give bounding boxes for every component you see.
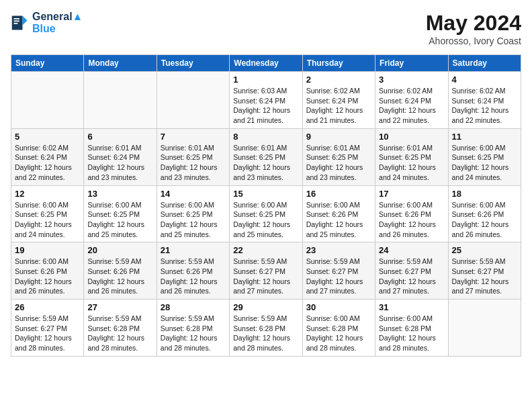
day-number: 10: [379, 132, 444, 142]
calendar-day-cell: 4Sunrise: 6:02 AMSunset: 6:24 PMDaylight…: [448, 72, 521, 129]
day-info: Sunrise: 6:00 AMSunset: 6:28 PMDaylight:…: [306, 314, 371, 353]
calendar-day-cell: 12Sunrise: 6:00 AMSunset: 6:25 PMDayligh…: [11, 185, 84, 242]
day-number: 28: [161, 302, 226, 312]
day-number: 29: [233, 302, 298, 312]
day-info: Sunrise: 5:59 AMSunset: 6:27 PMDaylight:…: [452, 257, 517, 296]
day-number: 8: [233, 132, 298, 142]
calendar-table: SundayMondayTuesdayWednesdayThursdayFrid…: [11, 54, 521, 357]
weekday-header-thursday: Thursday: [302, 55, 375, 72]
calendar-day-cell: 7Sunrise: 6:01 AMSunset: 6:25 PMDaylight…: [157, 128, 229, 185]
day-info: Sunrise: 6:00 AMSunset: 6:25 PMDaylight:…: [452, 143, 517, 183]
calendar-day-cell: 19Sunrise: 6:00 AMSunset: 6:26 PMDayligh…: [11, 242, 84, 300]
calendar-day-cell: 31Sunrise: 6:00 AMSunset: 6:28 PMDayligh…: [375, 300, 448, 357]
calendar-day-cell: 2Sunrise: 6:02 AMSunset: 6:24 PMDaylight…: [302, 72, 375, 129]
calendar-day-cell: 11Sunrise: 6:00 AMSunset: 6:25 PMDayligh…: [448, 128, 521, 185]
day-info: Sunrise: 6:00 AMSunset: 6:25 PMDaylight:…: [15, 200, 80, 240]
day-info: Sunrise: 5:59 AMSunset: 6:28 PMDaylight:…: [87, 314, 152, 353]
weekday-header-monday: Monday: [84, 55, 157, 72]
calendar-empty-cell: [157, 72, 229, 129]
day-number: 21: [161, 245, 226, 255]
calendar-day-cell: 9Sunrise: 6:01 AMSunset: 6:25 PMDaylight…: [302, 128, 375, 185]
day-number: 11: [452, 132, 517, 142]
day-number: 14: [161, 189, 226, 199]
calendar-week-row: 12Sunrise: 6:00 AMSunset: 6:25 PMDayligh…: [11, 185, 521, 242]
location-subtitle: Ahorosso, Ivory Coast: [426, 36, 521, 46]
day-number: 25: [452, 245, 517, 255]
day-info: Sunrise: 6:00 AMSunset: 6:25 PMDaylight:…: [233, 200, 298, 240]
day-number: 7: [161, 132, 226, 142]
weekday-header-friday: Friday: [375, 55, 448, 72]
logo-text: General▲ Blue: [32, 11, 83, 34]
day-number: 17: [379, 189, 444, 199]
day-number: 27: [87, 302, 152, 312]
day-number: 4: [452, 75, 517, 85]
day-number: 19: [15, 245, 80, 255]
calendar-day-cell: 24Sunrise: 5:59 AMSunset: 6:27 PMDayligh…: [375, 242, 448, 300]
calendar-day-cell: 14Sunrise: 6:00 AMSunset: 6:25 PMDayligh…: [157, 185, 229, 242]
calendar-day-cell: 20Sunrise: 5:59 AMSunset: 6:26 PMDayligh…: [84, 242, 157, 300]
day-info: Sunrise: 6:00 AMSunset: 6:26 PMDaylight:…: [306, 200, 371, 240]
day-info: Sunrise: 5:59 AMSunset: 6:27 PMDaylight:…: [15, 314, 80, 353]
calendar-empty-cell: [448, 300, 521, 357]
logo: General▲ Blue: [11, 11, 83, 34]
calendar-day-cell: 10Sunrise: 6:01 AMSunset: 6:25 PMDayligh…: [375, 128, 448, 185]
day-info: Sunrise: 5:59 AMSunset: 6:28 PMDaylight:…: [233, 314, 298, 353]
calendar-day-cell: 8Sunrise: 6:01 AMSunset: 6:25 PMDaylight…: [230, 128, 302, 185]
day-info: Sunrise: 6:01 AMSunset: 6:25 PMDaylight:…: [161, 143, 226, 183]
day-info: Sunrise: 6:00 AMSunset: 6:26 PMDaylight:…: [379, 200, 444, 240]
day-info: Sunrise: 5:59 AMSunset: 6:27 PMDaylight:…: [306, 257, 371, 296]
day-number: 18: [452, 189, 517, 199]
day-info: Sunrise: 6:01 AMSunset: 6:25 PMDaylight:…: [233, 143, 298, 183]
calendar-day-cell: 15Sunrise: 6:00 AMSunset: 6:25 PMDayligh…: [230, 185, 302, 242]
day-number: 15: [233, 189, 298, 199]
calendar-day-cell: 25Sunrise: 5:59 AMSunset: 6:27 PMDayligh…: [448, 242, 521, 300]
calendar-day-cell: 27Sunrise: 5:59 AMSunset: 6:28 PMDayligh…: [84, 300, 157, 357]
day-number: 5: [15, 132, 80, 142]
day-number: 23: [306, 245, 371, 255]
day-info: Sunrise: 5:59 AMSunset: 6:28 PMDaylight:…: [161, 314, 226, 353]
svg-rect-2: [13, 18, 19, 19]
day-info: Sunrise: 6:00 AMSunset: 6:25 PMDaylight:…: [87, 200, 152, 240]
day-number: 9: [306, 132, 371, 142]
calendar-week-row: 26Sunrise: 5:59 AMSunset: 6:27 PMDayligh…: [11, 300, 521, 357]
calendar-week-row: 19Sunrise: 6:00 AMSunset: 6:26 PMDayligh…: [11, 242, 521, 300]
calendar-empty-cell: [11, 72, 84, 129]
day-number: 12: [15, 189, 80, 199]
day-number: 2: [306, 75, 371, 85]
calendar-day-cell: 30Sunrise: 6:00 AMSunset: 6:28 PMDayligh…: [302, 300, 375, 357]
day-number: 31: [379, 302, 444, 312]
svg-rect-3: [13, 20, 19, 21]
day-info: Sunrise: 5:59 AMSunset: 6:27 PMDaylight:…: [233, 257, 298, 296]
day-number: 24: [379, 245, 444, 255]
weekday-header-tuesday: Tuesday: [157, 55, 229, 72]
day-info: Sunrise: 6:03 AMSunset: 6:24 PMDaylight:…: [233, 86, 298, 126]
weekday-header-saturday: Saturday: [448, 55, 521, 72]
day-info: Sunrise: 6:02 AMSunset: 6:24 PMDaylight:…: [306, 86, 371, 126]
weekday-header-sunday: Sunday: [11, 55, 84, 72]
day-number: 16: [306, 189, 371, 199]
calendar-day-cell: 1Sunrise: 6:03 AMSunset: 6:24 PMDaylight…: [230, 72, 302, 129]
calendar-day-cell: 17Sunrise: 6:00 AMSunset: 6:26 PMDayligh…: [375, 185, 448, 242]
calendar-day-cell: 22Sunrise: 5:59 AMSunset: 6:27 PMDayligh…: [230, 242, 302, 300]
calendar-day-cell: 3Sunrise: 6:02 AMSunset: 6:24 PMDaylight…: [375, 72, 448, 129]
month-year-title: May 2024: [426, 11, 521, 36]
calendar-week-row: 5Sunrise: 6:02 AMSunset: 6:24 PMDaylight…: [11, 128, 521, 185]
day-number: 22: [233, 245, 298, 255]
day-info: Sunrise: 6:02 AMSunset: 6:24 PMDaylight:…: [379, 86, 444, 126]
day-number: 13: [87, 189, 152, 199]
weekday-header-row: SundayMondayTuesdayWednesdayThursdayFrid…: [11, 55, 521, 72]
day-number: 20: [87, 245, 152, 255]
day-info: Sunrise: 6:02 AMSunset: 6:24 PMDaylight:…: [15, 143, 80, 183]
calendar-day-cell: 28Sunrise: 5:59 AMSunset: 6:28 PMDayligh…: [157, 300, 229, 357]
calendar-day-cell: 18Sunrise: 6:00 AMSunset: 6:26 PMDayligh…: [448, 185, 521, 242]
calendar-day-cell: 21Sunrise: 5:59 AMSunset: 6:26 PMDayligh…: [157, 242, 229, 300]
day-info: Sunrise: 5:59 AMSunset: 6:26 PMDaylight:…: [87, 257, 152, 296]
day-info: Sunrise: 6:01 AMSunset: 6:24 PMDaylight:…: [87, 143, 152, 183]
day-info: Sunrise: 6:00 AMSunset: 6:26 PMDaylight:…: [452, 200, 517, 240]
calendar-week-row: 1Sunrise: 6:03 AMSunset: 6:24 PMDaylight…: [11, 72, 521, 129]
day-info: Sunrise: 6:01 AMSunset: 6:25 PMDaylight:…: [379, 143, 444, 183]
day-number: 30: [306, 302, 371, 312]
calendar-day-cell: 5Sunrise: 6:02 AMSunset: 6:24 PMDaylight…: [11, 128, 84, 185]
day-number: 3: [379, 75, 444, 85]
weekday-header-wednesday: Wednesday: [230, 55, 302, 72]
